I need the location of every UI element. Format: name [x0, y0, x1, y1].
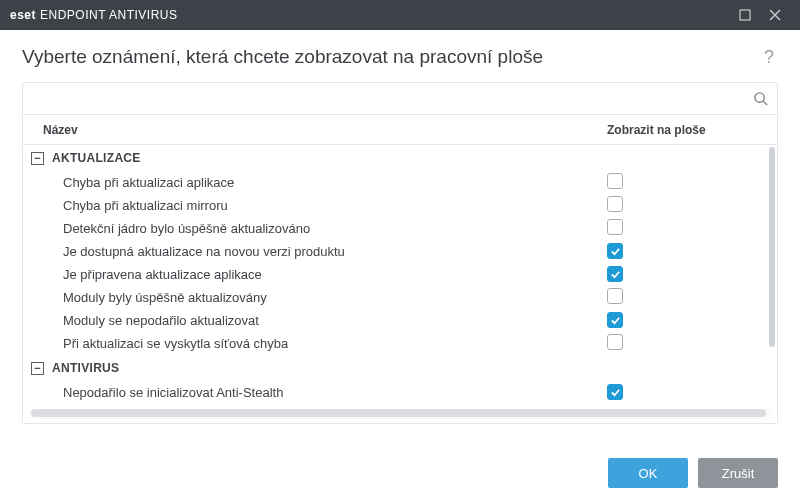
table-row: Detekční jádro bylo úspěšně aktualizován…	[23, 217, 777, 240]
show-on-desktop-checkbox[interactable]	[607, 196, 623, 212]
close-button[interactable]	[760, 0, 790, 30]
cancel-button[interactable]: Zrušit	[698, 458, 778, 488]
row-checkbox-cell	[607, 334, 777, 353]
row-label: Moduly byly úspěšně aktualizovány	[23, 290, 607, 305]
show-on-desktop-checkbox[interactable]	[607, 384, 623, 400]
row-label: Chyba při aktualizaci aplikace	[23, 175, 607, 190]
row-label: Nepodařilo se inicializovat Anti-Stealth	[23, 385, 607, 400]
brand-rest: ENDPOINT ANTIVIRUS	[40, 8, 177, 22]
show-on-desktop-checkbox[interactable]	[607, 243, 623, 259]
group-label: AKTUALIZACE	[52, 151, 141, 165]
show-on-desktop-checkbox[interactable]	[607, 173, 623, 189]
svg-rect-0	[740, 10, 750, 20]
titlebar: eset ENDPOINT ANTIVIRUS	[0, 0, 800, 30]
row-label: Je dostupná aktualizace na novou verzi p…	[23, 244, 607, 259]
table-row: Nepodařilo se inicializovat Anti-Stealth	[23, 381, 777, 404]
row-label: Je připravena aktualizace aplikace	[23, 267, 607, 282]
brand-bold: eset	[10, 8, 36, 22]
table-header: Název Zobrazit na ploše	[23, 115, 777, 145]
show-on-desktop-checkbox[interactable]	[607, 334, 623, 350]
search-row	[23, 83, 777, 115]
dialog-header: Vyberte oznámení, která chcete zobrazova…	[0, 30, 800, 82]
app-brand: eset ENDPOINT ANTIVIRUS	[10, 8, 178, 22]
svg-line-4	[763, 101, 767, 105]
row-label: Moduly se nepodařilo aktualizovat	[23, 313, 607, 328]
horizontal-scrollbar-thumb[interactable]	[31, 409, 766, 417]
notifications-panel: Název Zobrazit na ploše −AKTUALIZACEChyb…	[22, 82, 778, 424]
show-on-desktop-checkbox[interactable]	[607, 219, 623, 235]
dialog-footer: OK Zrušit	[0, 446, 800, 500]
row-checkbox-cell	[607, 312, 777, 329]
group-header: −AKTUALIZACE	[23, 145, 777, 171]
horizontal-scrollbar[interactable]	[29, 409, 771, 419]
row-checkbox-cell	[607, 196, 777, 215]
show-on-desktop-checkbox[interactable]	[607, 266, 623, 282]
minimize-button[interactable]	[730, 0, 760, 30]
column-name: Název	[23, 123, 607, 137]
table-row: Chyba při aktualizaci mirroru	[23, 194, 777, 217]
collapse-icon[interactable]: −	[31, 152, 44, 165]
collapse-icon[interactable]: −	[31, 362, 44, 375]
table-body[interactable]: −AKTUALIZACEChyba při aktualizaci aplika…	[23, 145, 777, 407]
table-row: Moduly byly úspěšně aktualizovány	[23, 286, 777, 309]
search-input[interactable]	[23, 83, 743, 114]
table-row: Při aktualizaci se vyskytla síťová chyba	[23, 332, 777, 355]
table-row: Je dostupná aktualizace na novou verzi p…	[23, 240, 777, 263]
table-row: Je připravena aktualizace aplikace	[23, 263, 777, 286]
row-checkbox-cell	[607, 243, 777, 260]
row-label: Chyba při aktualizaci mirroru	[23, 198, 607, 213]
row-label: Při aktualizaci se vyskytla síťová chyba	[23, 336, 607, 351]
help-icon[interactable]: ?	[760, 47, 778, 68]
row-checkbox-cell	[607, 266, 777, 283]
column-show: Zobrazit na ploše	[607, 123, 777, 137]
group-header: −ANTIVIRUS	[23, 355, 777, 381]
page-title: Vyberte oznámení, která chcete zobrazova…	[22, 46, 760, 68]
vertical-scrollbar[interactable]	[769, 147, 775, 347]
show-on-desktop-checkbox[interactable]	[607, 312, 623, 328]
row-checkbox-cell	[607, 219, 777, 238]
table-row: Moduly se nepodařilo aktualizovat	[23, 309, 777, 332]
row-checkbox-cell	[607, 384, 777, 401]
search-icon[interactable]	[743, 91, 777, 106]
ok-button[interactable]: OK	[608, 458, 688, 488]
show-on-desktop-checkbox[interactable]	[607, 288, 623, 304]
svg-point-3	[754, 93, 763, 102]
group-label: ANTIVIRUS	[52, 361, 119, 375]
row-checkbox-cell	[607, 288, 777, 307]
table-row: Chyba při aktualizaci aplikace	[23, 171, 777, 194]
row-label: Detekční jádro bylo úspěšně aktualizován…	[23, 221, 607, 236]
row-checkbox-cell	[607, 173, 777, 192]
